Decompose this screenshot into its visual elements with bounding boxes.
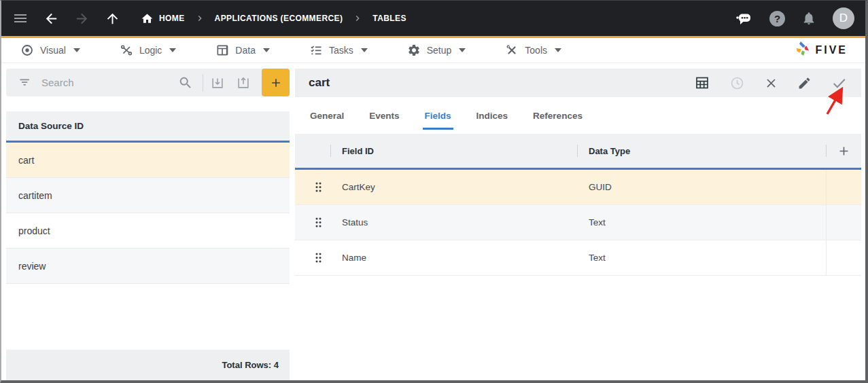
main-menu-bar: Visual Logic Data: [1, 36, 865, 63]
tools-icon: [505, 43, 519, 57]
home-icon[interactable]: [141, 12, 154, 25]
menu-tasks-label: Tasks: [329, 45, 353, 56]
search-toolbar: [6, 69, 290, 96]
data-source-list: Data Source ID cart cartitem product rev…: [6, 111, 290, 380]
field-row-status[interactable]: Status Text: [295, 205, 861, 240]
chevron-down-icon: [459, 48, 466, 52]
menu-visual-label: Visual: [40, 45, 66, 56]
field-id-cell[interactable]: CartKey: [330, 170, 577, 204]
flow-icon: [120, 43, 133, 57]
plus-icon: [269, 76, 283, 90]
menu-data[interactable]: Data: [215, 43, 270, 57]
menu-data-label: Data: [235, 45, 256, 56]
add-field-button[interactable]: [826, 134, 861, 168]
help-icon[interactable]: ?: [769, 11, 785, 26]
top-navigation-bar: HOME APPLICATIONS (ECOMMERCE) TABLES: [1, 1, 865, 36]
back-arrow-icon[interactable]: [44, 11, 59, 26]
forward-arrow-icon[interactable]: [74, 11, 90, 26]
five-brand-label: FIVE: [815, 44, 848, 56]
chevron-down-icon: [169, 48, 176, 52]
chevron-down-icon: [555, 48, 561, 52]
hamburger-menu-icon[interactable]: [12, 10, 29, 26]
filter-icon[interactable]: [18, 76, 32, 90]
up-arrow-icon[interactable]: [105, 11, 120, 26]
drag-handle-column-header: [295, 134, 330, 168]
notifications-bell-icon[interactable]: [801, 11, 816, 26]
user-avatar[interactable]: D: [833, 7, 854, 29]
row-extra-cell: [826, 240, 861, 275]
record-title: cart: [309, 76, 330, 90]
save-check-icon[interactable]: [831, 75, 848, 92]
five-brand: FIVE: [795, 41, 848, 60]
breadcrumb-home[interactable]: HOME: [159, 14, 185, 23]
field-row-cartkey[interactable]: CartKey GUID: [295, 170, 861, 205]
record-detail-panel: cart: [295, 69, 861, 380]
data-type-cell[interactable]: GUID: [577, 170, 826, 204]
assistant-bot-icon[interactable]: [735, 10, 753, 26]
import-download-icon[interactable]: [210, 75, 225, 90]
chevron-right-icon: [352, 13, 363, 24]
add-record-button[interactable]: [262, 69, 290, 96]
tab-references[interactable]: References: [533, 97, 583, 134]
data-type-cell[interactable]: Text: [577, 240, 826, 275]
chevron-down-icon: [361, 48, 368, 52]
menu-visual[interactable]: Visual: [20, 43, 80, 57]
drag-grip-icon[interactable]: [295, 205, 330, 240]
tab-general[interactable]: General: [310, 97, 344, 134]
export-upload-icon[interactable]: [236, 75, 251, 90]
menu-tools[interactable]: Tools: [505, 43, 561, 57]
data-type-cell[interactable]: Text: [577, 205, 826, 240]
menu-setup[interactable]: Setup: [407, 43, 466, 57]
field-id-cell[interactable]: Name: [330, 240, 577, 275]
tab-events[interactable]: Events: [369, 97, 399, 134]
column-header-field-id[interactable]: Field ID: [330, 134, 577, 168]
plus-icon: [837, 145, 850, 158]
detail-header: cart: [295, 69, 861, 97]
eye-icon: [20, 43, 34, 57]
chevron-right-icon: [194, 13, 205, 24]
list-empty-space: [6, 284, 290, 350]
drag-grip-icon[interactable]: [295, 170, 330, 204]
total-rows-label: Total Rows: 4: [6, 350, 290, 380]
row-extra-cell: [826, 170, 861, 204]
menu-tools-label: Tools: [525, 45, 547, 56]
list-item-cartitem[interactable]: cartitem: [6, 178, 290, 213]
drag-grip-icon[interactable]: [295, 240, 330, 275]
list-column-header[interactable]: Data Source ID: [6, 111, 290, 143]
chevron-down-icon: [73, 48, 80, 52]
app-window: HOME APPLICATIONS (ECOMMERCE) TABLES: [0, 0, 868, 383]
detail-empty-space: [295, 276, 861, 380]
history-clock-icon: [729, 75, 745, 91]
list-item-product[interactable]: product: [6, 213, 290, 249]
five-logo-icon: [795, 41, 811, 60]
column-header-data-type[interactable]: Data Type: [577, 134, 826, 168]
list-item-cart[interactable]: cart: [6, 143, 290, 178]
grid-view-icon[interactable]: [694, 75, 710, 91]
fields-table-header: Field ID Data Type: [295, 134, 861, 170]
gear-icon: [407, 43, 421, 57]
checklist-icon: [309, 43, 323, 57]
content-area: Data Source ID cart cartitem product rev…: [1, 63, 865, 380]
menu-tasks[interactable]: Tasks: [309, 43, 368, 57]
search-input[interactable]: [41, 77, 178, 88]
search-icon[interactable]: [178, 75, 193, 90]
avatar-initial: D: [839, 12, 848, 25]
toolbar-divider: [203, 74, 203, 92]
data-source-list-panel: Data Source ID cart cartitem product rev…: [6, 69, 290, 380]
breadcrumb-tables[interactable]: TABLES: [372, 14, 406, 23]
edit-pencil-icon[interactable]: [797, 76, 812, 90]
list-item-review[interactable]: review: [6, 249, 290, 284]
tab-indices[interactable]: Indices: [476, 97, 508, 134]
tab-fields[interactable]: Fields: [425, 97, 451, 134]
menu-setup-label: Setup: [427, 45, 452, 56]
menu-logic-label: Logic: [139, 45, 162, 56]
breadcrumb-applications[interactable]: APPLICATIONS (ECOMMERCE): [215, 14, 343, 23]
detail-tabs: General Events Fields Indices References: [295, 97, 861, 134]
close-icon[interactable]: [764, 76, 778, 90]
chevron-down-icon: [263, 48, 270, 52]
menu-logic[interactable]: Logic: [120, 43, 176, 57]
field-row-name[interactable]: Name Text: [295, 240, 861, 276]
table-icon: [215, 43, 229, 57]
row-extra-cell: [826, 205, 861, 240]
field-id-cell[interactable]: Status: [330, 205, 577, 240]
